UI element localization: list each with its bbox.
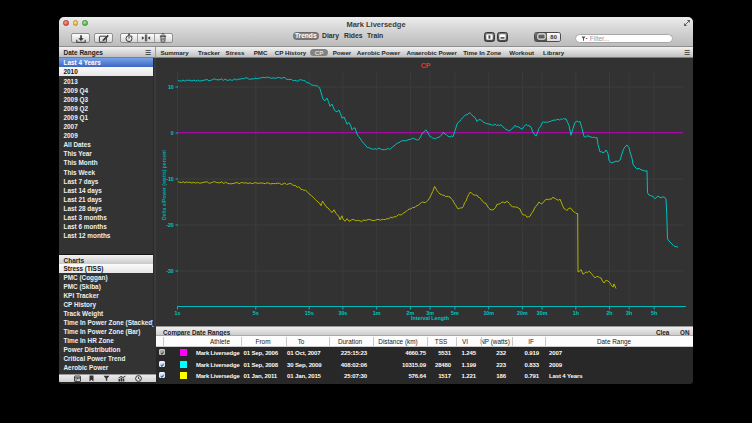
svg-text:3h: 3h <box>626 310 632 316</box>
svg-text:15s: 15s <box>305 310 314 316</box>
svg-text:2h: 2h <box>606 310 612 316</box>
svg-text:10m: 10m <box>483 310 494 316</box>
svg-text:-10: -10 <box>166 176 174 182</box>
svg-text:Delta x/Power (watts) percen: Delta x/Power (watts) percent <box>161 150 167 220</box>
svg-text:5m: 5m <box>451 310 459 316</box>
svg-text:Interval Length: Interval Length <box>411 315 449 321</box>
svg-text:-30: -30 <box>166 268 174 274</box>
svg-text:10: 10 <box>168 84 174 90</box>
svg-text:5h: 5h <box>651 310 657 316</box>
svg-text:30m: 30m <box>537 310 548 316</box>
svg-text:30s: 30s <box>338 310 347 316</box>
svg-text:-20: -20 <box>166 222 174 228</box>
svg-text:1m: 1m <box>373 310 381 316</box>
svg-text:CP: CP <box>421 62 431 69</box>
svg-text:0: 0 <box>171 130 174 136</box>
svg-text:5s: 5s <box>253 310 259 316</box>
svg-text:20m: 20m <box>517 310 528 316</box>
svg-text:1h: 1h <box>573 310 579 316</box>
svg-text:1s: 1s <box>175 310 181 316</box>
